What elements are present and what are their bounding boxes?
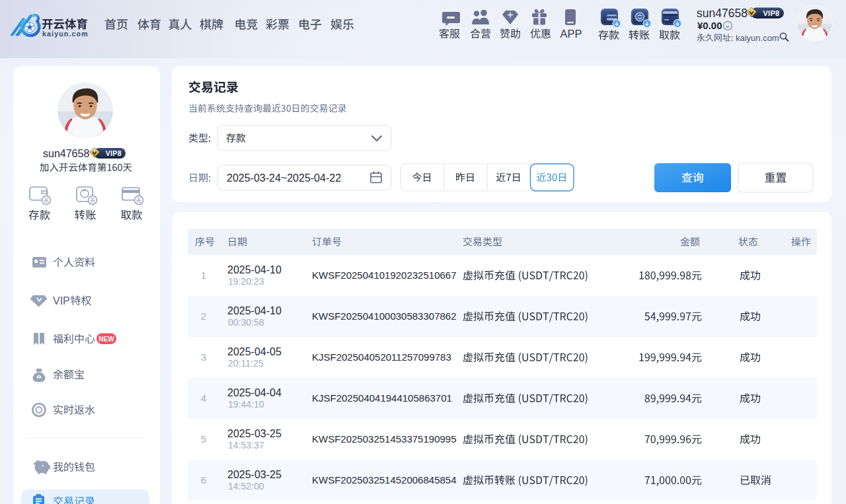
svg-text:¥0.00: ¥0.00: [697, 20, 722, 31]
svg-text:2025-04-10: 2025-04-10: [227, 264, 282, 275]
svg-text:KWSF202503251453375190995: KWSF202503251453375190995: [312, 433, 457, 445]
svg-text:kaiyun.com: kaiyun.com: [42, 30, 89, 38]
svg-text:6: 6: [201, 474, 206, 486]
svg-text:2025-03-25: 2025-03-25: [227, 428, 282, 439]
svg-text:2025-04-10: 2025-04-10: [227, 305, 282, 316]
svg-text:sun47658: sun47658: [43, 148, 89, 159]
svg-text:KWSF202504101920232510667: KWSF202504101920232510667: [312, 270, 457, 281]
svg-text:VIP8: VIP8: [106, 149, 122, 157]
svg-text:20:11:25: 20:11:25: [228, 358, 264, 369]
svg-text:19:20:23: 19:20:23: [228, 276, 264, 287]
svg-text:00:30:58: 00:30:58: [228, 317, 264, 328]
svg-text:4: 4: [201, 392, 206, 404]
svg-text:2: 2: [201, 310, 206, 322]
svg-text:2025-04-04: 2025-04-04: [227, 387, 282, 398]
svg-text:3: 3: [201, 351, 206, 363]
svg-text:19:44:10: 19:44:10: [228, 399, 264, 410]
svg-text:14:53:37: 14:53:37: [228, 440, 264, 450]
svg-text:APP: APP: [560, 28, 582, 40]
svg-text:KWSF202503251452006845854: KWSF202503251452006845854: [312, 474, 457, 486]
svg-text:NEW: NEW: [98, 336, 114, 343]
svg-text:1: 1: [201, 270, 206, 281]
svg-text:2025-04-05: 2025-04-05: [227, 346, 282, 357]
svg-text:5: 5: [201, 433, 206, 445]
svg-text:KJSF202504052011257099783: KJSF202504052011257099783: [312, 351, 451, 363]
svg-text:KWSF202504100030583307862: KWSF202504100030583307862: [312, 310, 457, 322]
svg-text:sun47658: sun47658: [697, 7, 748, 20]
svg-text:VIP: VIP: [53, 295, 70, 306]
svg-text:14:52:00: 14:52:00: [228, 481, 264, 491]
svg-text:kaiyun.com: kaiyun.com: [736, 33, 779, 43]
svg-text:KJSF202504041944105863701: KJSF202504041944105863701: [312, 392, 452, 404]
svg-text:VIP8: VIP8: [763, 9, 779, 17]
svg-text:2025-03-24~2025-04-22: 2025-03-24~2025-04-22: [227, 172, 341, 184]
svg-text:2025-03-25: 2025-03-25: [227, 469, 282, 480]
